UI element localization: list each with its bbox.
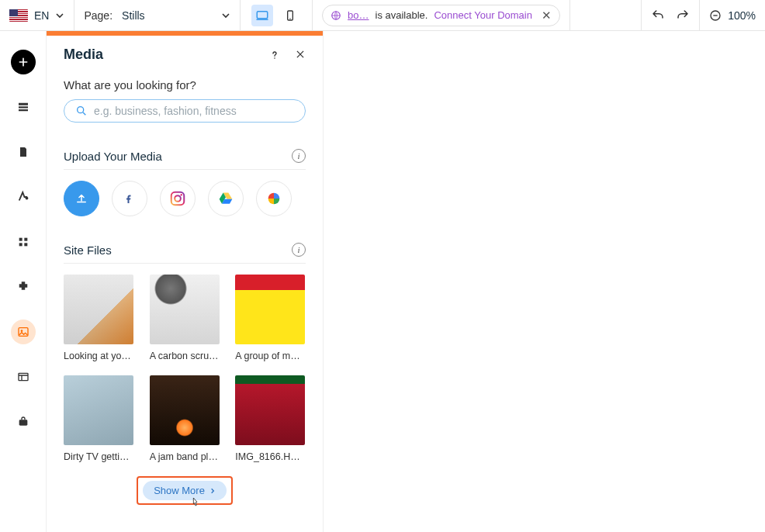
zoom-icon (709, 9, 722, 22)
upload-instagram-button[interactable] (160, 181, 196, 216)
show-more-highlight: Show More (64, 476, 306, 505)
mobile-view-button[interactable] (279, 5, 301, 26)
panel-header: Media (47, 36, 323, 74)
language-code: EN (34, 9, 49, 22)
svg-point-14 (20, 330, 22, 332)
file-thumbnail (64, 275, 133, 344)
connect-domain-link[interactable]: Connect Your Domain (434, 9, 531, 21)
close-panel-button[interactable] (295, 49, 306, 61)
show-more-button[interactable]: Show More (143, 481, 227, 500)
svg-rect-9 (19, 238, 22, 241)
svg-rect-6 (19, 106, 28, 108)
redo-button[interactable] (676, 9, 690, 22)
file-item[interactable]: Dirty TV getting cleaned (64, 375, 133, 462)
panel-title: Media (64, 47, 103, 63)
upload-heading: Upload Your Media (64, 150, 162, 163)
svg-rect-7 (19, 109, 28, 111)
domain-name[interactable]: bo… (348, 9, 369, 21)
file-name: IMG_8166.HEIC (235, 451, 305, 462)
language-selector[interactable]: EN (0, 0, 74, 30)
close-icon[interactable]: ✕ (542, 9, 552, 22)
file-thumbnail (235, 375, 305, 445)
file-item[interactable]: IMG_8166.HEIC (235, 375, 305, 462)
pages-button[interactable] (11, 140, 36, 164)
page-selector-label: Page: (84, 9, 112, 22)
domain-banner: bo… is available. Connect Your Domain ✕ (313, 0, 570, 30)
chevron-right-icon (209, 487, 216, 495)
svg-rect-16 (19, 420, 27, 425)
info-icon[interactable]: i (292, 149, 306, 163)
upload-google-photos-button[interactable] (256, 181, 292, 216)
page-selector-value: Stills (122, 9, 145, 22)
file-item[interactable]: Looking at your security camera feed in … (64, 275, 133, 361)
top-bar: EN Page: Stills bo… is available. Conne (0, 0, 765, 31)
file-item[interactable]: A carbon scrubber plume (150, 275, 220, 361)
upload-section: Upload Your Media i (47, 138, 323, 232)
spacer (570, 0, 641, 30)
file-name: Looking at your security camera feed in … (64, 351, 133, 361)
svg-rect-19 (171, 192, 185, 206)
svg-rect-0 (257, 11, 268, 18)
business-button[interactable] (11, 409, 36, 434)
add-apps-button[interactable] (11, 275, 36, 299)
cursor-pointer-icon (189, 495, 202, 510)
undo-button[interactable] (651, 9, 665, 22)
file-name: A group of musicians poster (235, 351, 305, 361)
svg-rect-10 (24, 238, 27, 241)
search-input[interactable] (94, 105, 294, 117)
upload-from-device-button[interactable] (64, 181, 99, 216)
svg-point-20 (175, 195, 181, 202)
zoom-control[interactable]: 100% (700, 0, 765, 30)
site-files-section: Site Files i Looking at your security ca… (47, 232, 323, 520)
zoom-value: 100% (728, 9, 756, 22)
svg-point-18 (78, 107, 84, 113)
svg-rect-12 (24, 243, 27, 246)
chevron-down-icon (55, 11, 64, 20)
file-thumbnail (150, 275, 220, 344)
media-button[interactable] (11, 320, 36, 344)
chevron-down-icon (221, 11, 230, 20)
file-thumbnail (235, 275, 305, 344)
left-rail (0, 31, 47, 532)
device-switcher (241, 0, 313, 30)
media-panel: Media What are you looking for? (47, 31, 323, 532)
upload-google-drive-button[interactable] (208, 181, 244, 216)
svg-rect-15 (19, 373, 28, 380)
file-thumbnail (64, 375, 133, 445)
svg-point-2 (289, 18, 290, 19)
upload-facebook-button[interactable] (112, 181, 147, 216)
site-files-heading: Site Files (64, 244, 112, 257)
flag-us-icon (9, 9, 28, 22)
search-section: What are you looking for? (47, 78, 323, 138)
page-selector[interactable]: Page: Stills (74, 0, 241, 30)
svg-rect-5 (19, 103, 28, 105)
content-manager-button[interactable] (11, 364, 36, 389)
file-item[interactable]: A group of musicians poster (235, 275, 305, 361)
globe-icon (331, 10, 341, 21)
add-element-button[interactable] (11, 50, 36, 74)
svg-rect-11 (19, 243, 22, 246)
search-box[interactable] (64, 99, 306, 123)
editor-canvas[interactable] (323, 31, 765, 532)
file-name: A jam band playing on stage (150, 451, 220, 462)
svg-point-8 (25, 197, 28, 200)
help-button[interactable] (268, 49, 281, 61)
info-icon[interactable]: i (292, 243, 306, 257)
sections-button[interactable] (11, 95, 36, 119)
domain-available-text: is available. (376, 9, 428, 21)
file-item[interactable]: A jam band playing on stage (150, 375, 220, 462)
history-controls (641, 0, 700, 30)
file-name: A carbon scrubber plume (150, 351, 220, 361)
search-icon (75, 105, 88, 117)
file-name: Dirty TV getting cleaned (64, 451, 133, 462)
design-button[interactable] (11, 185, 36, 209)
apps-button[interactable] (11, 230, 36, 254)
file-thumbnail (150, 375, 220, 445)
svg-point-21 (181, 194, 182, 195)
search-label: What are you looking for? (64, 78, 306, 92)
svg-point-17 (274, 57, 275, 59)
desktop-view-button[interactable] (251, 5, 273, 26)
